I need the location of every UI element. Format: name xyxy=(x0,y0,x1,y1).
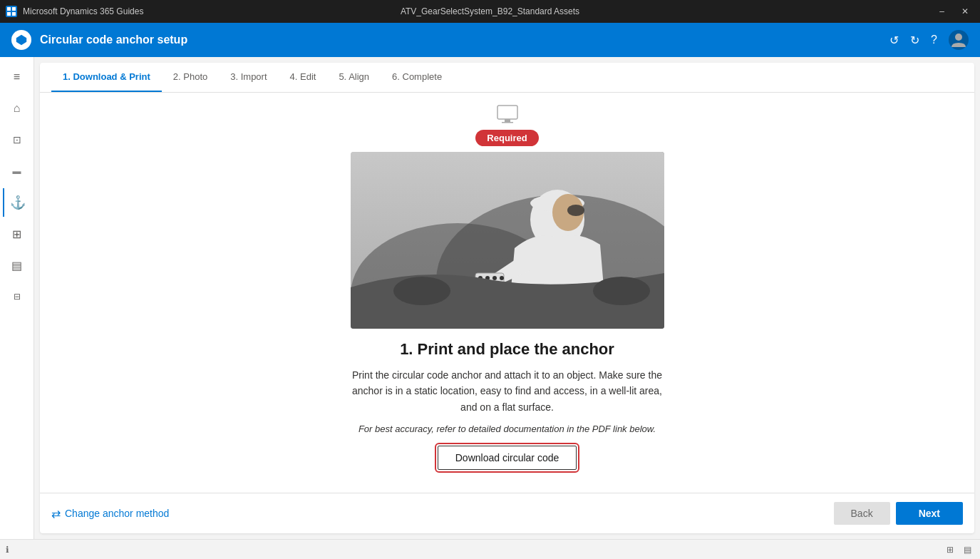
sidebar-item-home[interactable]: ⌂ xyxy=(3,94,31,123)
tab-import[interactable]: 3. Import xyxy=(219,63,278,92)
app-header-right: ↺ ↻ ? xyxy=(889,30,969,50)
help-button[interactable]: ? xyxy=(931,34,937,46)
content-icon: ▬ xyxy=(13,166,21,176)
svg-point-15 xyxy=(567,205,584,216)
svg-point-30 xyxy=(593,277,650,305)
sidebar-item-table[interactable]: ▤ xyxy=(3,251,31,280)
svg-rect-6 xyxy=(497,106,517,119)
tab-align[interactable]: 5. Align xyxy=(327,63,381,92)
app-header: Circular code anchor setup ↺ ↻ ? xyxy=(0,23,980,57)
sidebar-item-anchor[interactable]: ⚓ xyxy=(3,188,31,217)
image-icon: ⊡ xyxy=(13,134,21,145)
main-layout: ≡ ⌂ ⊡ ▬ ⚓ ⊞ ▤ ⊟ 1. Download & Prin xyxy=(0,57,980,539)
step-description: Print the circular code anchor and attac… xyxy=(351,367,664,415)
grid-view-icon[interactable]: ⊞ xyxy=(943,543,957,557)
title-bar-appname: Microsoft Dynamics 365 Guides xyxy=(23,6,143,16)
undo-icon: ↺ xyxy=(889,34,899,47)
change-anchor-icon: ⇄ xyxy=(51,507,61,520)
svg-rect-7 xyxy=(505,119,510,122)
svg-point-29 xyxy=(393,277,450,305)
svg-rect-3 xyxy=(12,12,16,16)
app-logo xyxy=(11,30,31,50)
change-anchor-method-button[interactable]: ⇄ Change anchor method xyxy=(51,507,169,520)
info-icon[interactable]: ℹ xyxy=(6,545,9,555)
library-icon: ⊟ xyxy=(14,292,21,302)
status-bar-right: ⊞ ▤ xyxy=(943,543,974,557)
redo-button[interactable]: ↻ xyxy=(910,34,919,47)
svg-rect-0 xyxy=(7,7,11,11)
svg-point-5 xyxy=(955,34,962,41)
sidebar-item-anchor2[interactable]: ⊡ xyxy=(3,125,31,154)
content-area: 1. Download & Print 2. Photo 3. Import 4… xyxy=(34,57,980,539)
svg-point-19 xyxy=(492,276,497,280)
menu-icon: ≡ xyxy=(14,71,20,83)
step-content: Required xyxy=(40,93,974,493)
svg-marker-4 xyxy=(16,35,26,45)
avatar[interactable] xyxy=(949,30,969,50)
anchor-image xyxy=(351,152,664,329)
sidebar-item-content[interactable]: ▬ xyxy=(3,157,31,185)
undo-button[interactable]: ↺ xyxy=(889,34,899,47)
svg-rect-2 xyxy=(7,12,11,16)
table-icon: ▤ xyxy=(11,259,22,272)
tab-complete[interactable]: 6. Complete xyxy=(381,63,453,92)
main-panel: 1. Download & Print 2. Photo 3. Import 4… xyxy=(40,63,974,533)
back-button[interactable]: Back xyxy=(834,502,890,525)
panel-footer: ⇄ Change anchor method Back Next xyxy=(40,493,974,533)
tab-edit[interactable]: 4. Edit xyxy=(279,63,328,92)
change-anchor-label: Change anchor method xyxy=(65,508,169,519)
tabs-container: 1. Download & Print 2. Photo 3. Import 4… xyxy=(40,63,974,93)
tab-download-print[interactable]: 1. Download & Print xyxy=(51,63,162,92)
list-view-icon[interactable]: ▤ xyxy=(960,543,974,557)
app-header-title: Circular code anchor setup xyxy=(40,34,187,46)
svg-rect-1 xyxy=(12,7,16,11)
redo-icon: ↻ xyxy=(910,34,919,47)
sidebar-item-library[interactable]: ⊟ xyxy=(3,282,31,311)
footer-nav: Back Next xyxy=(834,502,963,525)
title-bar-left: Microsoft Dynamics 365 Guides xyxy=(6,6,143,17)
svg-point-20 xyxy=(500,276,504,280)
home-icon: ⌂ xyxy=(14,102,21,115)
anchor-icon: ⚓ xyxy=(10,195,26,210)
status-bar-info: ℹ xyxy=(6,545,9,555)
title-bar: Microsoft Dynamics 365 Guides ATV_GearSe… xyxy=(0,0,980,23)
sidebar-item-menu[interactable]: ≡ xyxy=(3,63,31,91)
required-badge: Required xyxy=(475,130,538,146)
app-icon xyxy=(6,6,17,17)
grid-icon: ⊞ xyxy=(12,227,21,241)
step-note: For best accuracy, refer to detailed doc… xyxy=(359,424,656,434)
status-bar: ℹ ⊞ ▤ xyxy=(0,539,980,559)
svg-rect-8 xyxy=(502,122,513,123)
sidebar: ≡ ⌂ ⊡ ▬ ⚓ ⊞ ▤ ⊟ xyxy=(0,57,34,539)
help-icon: ? xyxy=(931,34,937,46)
next-button[interactable]: Next xyxy=(896,502,963,525)
minimize-button[interactable]: – xyxy=(934,5,950,18)
title-bar-controls: – ✕ xyxy=(934,5,974,18)
title-bar-filename: ATV_GearSelectSystem_B92_Standard Assets xyxy=(401,6,579,16)
tab-photo[interactable]: 2. Photo xyxy=(162,63,219,92)
close-button[interactable]: ✕ xyxy=(956,5,974,18)
monitor-icon xyxy=(496,104,519,127)
download-circular-code-button[interactable]: Download circular code xyxy=(438,446,577,470)
step-title: 1. Print and place the anchor xyxy=(400,340,614,359)
sidebar-item-steps[interactable]: ⊞ xyxy=(3,220,31,248)
app-header-left: Circular code anchor setup xyxy=(11,30,187,50)
